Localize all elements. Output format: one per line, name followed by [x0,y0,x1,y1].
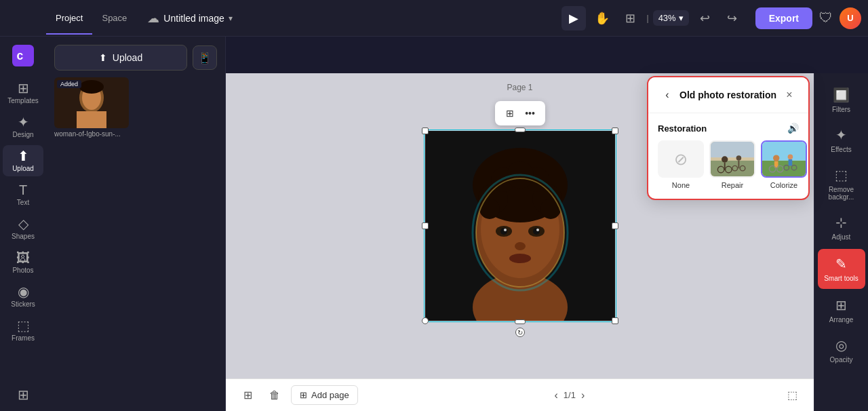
right-item-filters[interactable]: 🔲 Filters [818,81,865,119]
panel-back-button[interactable]: ‹ [658,85,677,104]
upload-button[interactable]: ⬆ Upload [54,45,187,71]
right-item-remove-bg[interactable]: ⬚ Remove backgr... [818,161,865,206]
chevron-down-icon[interactable]: ▾ [229,14,233,23]
canvas-image[interactable] [425,131,615,321]
handle-middle-right[interactable] [612,222,618,229]
zoom-chevron-icon: ▾ [679,13,684,23]
right-item-effects[interactable]: ✦ Effects [818,121,865,159]
sidebar-item-text[interactable]: T Text [3,179,43,210]
avatar[interactable]: U [840,7,861,29]
redo-button[interactable]: ↪ [720,6,745,31]
more-icon: ⊞ [18,388,29,402]
upload-button-label: Upload [113,52,142,63]
svg-point-47 [788,154,793,159]
sidebar-item-photos[interactable]: 🖼 Photos [3,247,43,278]
tab-group: Project Space [46,9,136,27]
upload-arrow-icon: ⬆ [99,52,107,63]
restoration-option-repair[interactable]: Repair [709,140,755,189]
restoration-option-none[interactable]: ⊘ None [658,140,704,189]
sidebar-item-templates[interactable]: ⊞ Templates [3,77,43,109]
next-page-button[interactable]: › [581,389,585,402]
grid-tool-button[interactable]: ⊞ [618,6,643,31]
right-item-adjust[interactable]: ⊹ Adjust [818,209,865,246]
adjust-label: Adjust [832,233,851,241]
zoom-control[interactable]: 43% ▾ [653,10,689,26]
section-title: Restoration [658,123,707,134]
sidebar-item-frames[interactable]: ⬚ Frames [3,315,43,346]
svg-rect-7 [77,111,106,128]
file-controls: ☁ Untitled image ▾ [147,11,233,26]
svg-point-18 [479,199,500,219]
file-title[interactable]: Untitled image [163,13,224,24]
right-item-opacity[interactable]: ◎ Opacity [818,332,865,369]
tab-space[interactable]: Space [92,9,136,27]
info-icon[interactable]: 🔊 [787,123,799,134]
handle-middle-left[interactable] [422,222,429,229]
photos-icon: 🖼 [16,251,30,265]
handle-top-left[interactable] [422,128,429,134]
handle-top-center[interactable] [515,128,526,132]
text-label: Text [17,199,29,206]
rotate-handle[interactable]: ↻ [515,328,525,337]
bottom-center-controls: ‹ 1/1 › [554,389,585,402]
remove-bg-label: Remove backgr... [821,186,863,201]
delete-button[interactable]: 🗑 [264,385,285,406]
filters-label: Filters [832,106,850,113]
prev-page-button[interactable]: ‹ [554,389,557,402]
sidebar-item-stickers[interactable]: ◉ Stickers [3,281,43,312]
handle-bottom-left[interactable] [422,317,429,324]
bottom-right-controls: ⬚ [781,385,803,406]
undo-button[interactable]: ↩ [693,6,717,31]
shield-icon[interactable]: 🛡 [819,10,833,26]
svg-point-19 [540,199,561,219]
uploaded-image-item[interactable]: Added [54,77,129,128]
panel-title: Old photo restoration [679,90,780,100]
arrange-icon: ⊞ [835,297,847,313]
svg-point-37 [736,155,742,161]
image-grid: Added woman-of-Igbo-sun-... [54,77,217,138]
upload-row: ⬆ Upload 📱 [54,45,217,71]
undo-redo-group: ↩ ↪ [693,6,745,31]
handle-top-right[interactable] [612,128,618,134]
adjust-icon: ⊹ [835,214,847,231]
restoration-panel: ‹ Old photo restoration × Restoration 🔊 … [647,76,810,200]
sidebar-item-shapes[interactable]: ◇ Shapes [3,213,43,244]
sidebar-item-upload[interactable]: ⬆ Upload [3,145,43,176]
option-thumb-repair [709,140,755,178]
restoration-option-colorize[interactable]: Colorize [761,140,807,189]
bottom-bar: ⊞ 🗑 ⊞ Add page ‹ 1/1 › ⬚ [226,378,814,411]
hand-tool-button[interactable]: ✋ [590,6,614,31]
export-button[interactable]: Export [755,7,812,29]
panel-close-button[interactable]: × [780,85,799,104]
grid-view-button[interactable]: ⊞ [500,104,519,123]
more-options-button[interactable]: ••• [521,104,540,123]
bottom-left-controls: ⊞ 🗑 ⊞ Add page [237,385,358,406]
select-tool-button[interactable]: ▶ [561,6,586,31]
handle-bottom-right[interactable] [612,317,618,324]
logo[interactable]: c [9,42,37,69]
grid-view-bottom-button[interactable]: ⊞ [237,385,258,406]
tab-project[interactable]: Project [46,9,92,27]
effects-icon: ✦ [835,127,847,143]
option-label-repair: Repair [722,181,743,189]
option-label-none: None [672,181,690,189]
expand-button[interactable]: ⬚ [781,385,803,406]
add-page-button[interactable]: ⊞ Add page [291,385,358,405]
upload-icon: ⬆ [18,149,29,163]
top-right-controls: Export 🛡 U [755,7,861,29]
device-icon: 📱 [198,52,212,64]
handle-bottom-center[interactable] [515,319,526,324]
right-item-arrange[interactable]: ⊞ Arrange [818,292,865,329]
device-button[interactable]: 📱 [193,45,217,70]
left-sidebar: c ⊞ Templates ✦ Design ⬆ Upload T Text ◇ [0,37,46,411]
shapes-label: Shapes [12,233,35,240]
body-area: c ⊞ Templates ✦ Design ⬆ Upload T Text ◇ [0,37,868,411]
none-circle-icon: ⊘ [674,150,688,169]
sidebar-item-design[interactable]: ✦ Design [3,111,43,142]
right-item-smart-tools[interactable]: ✎ Smart tools [818,249,865,289]
svg-text:c: c [16,49,23,62]
panel-header: ‹ Old photo restoration × [648,77,808,113]
smart-tools-icon: ✎ [835,256,847,272]
svg-point-33 [722,156,728,162]
sidebar-item-more[interactable]: ⊞ [3,384,43,406]
